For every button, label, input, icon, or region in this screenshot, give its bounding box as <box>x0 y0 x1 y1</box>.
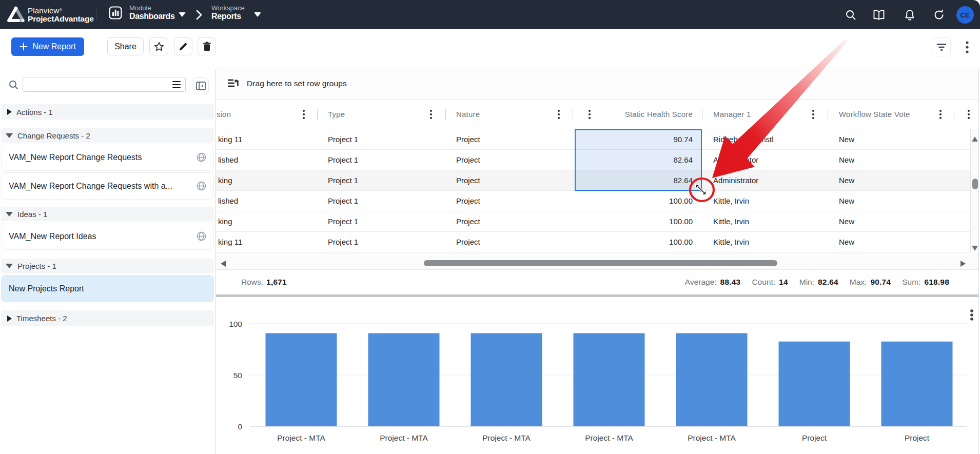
range-fill-handle[interactable] <box>700 189 703 192</box>
chart-bar[interactable] <box>266 333 337 426</box>
grid-cell-type[interactable]: Project 1 <box>317 232 445 252</box>
chart-y-tick-label: 100 <box>229 320 242 328</box>
grid-cell-nature[interactable]: Project <box>445 211 573 231</box>
selected-range-cell[interactable] <box>575 129 702 150</box>
grid-cell-type[interactable]: Project 1 <box>317 170 445 190</box>
grid-cell-vote[interactable]: New <box>828 211 954 231</box>
grid-cell-type[interactable]: Project 1 <box>317 129 445 149</box>
grid-cell-type[interactable]: Project 1 <box>317 191 445 211</box>
grid-cell-manager[interactable]: Administrator <box>702 170 828 190</box>
filter-button[interactable] <box>932 37 951 56</box>
column-header-col1[interactable]: sion <box>216 100 317 129</box>
scroll-down-arrow[interactable] <box>972 246 978 251</box>
bar-chart: 050100Project - MTAProject - MTAProject … <box>216 297 978 454</box>
chart-bar[interactable] <box>881 342 953 426</box>
grid-cell-manager[interactable]: Kittle, Irvin <box>702 232 828 252</box>
grid-cell-score[interactable]: 100.00 <box>573 191 702 211</box>
chart-menu-button[interactable] <box>967 309 977 321</box>
chart-bar[interactable] <box>368 333 440 426</box>
scroll-left-arrow[interactable] <box>221 261 226 267</box>
column-header-extra[interactable] <box>954 100 978 129</box>
selected-range-cell[interactable] <box>575 150 702 170</box>
scroll-right-arrow[interactable] <box>961 261 966 267</box>
sidebar-group-ideas[interactable]: Ideas - 1 <box>1 207 214 221</box>
chart-bar[interactable] <box>676 333 748 426</box>
sidebar-report-item[interactable]: VAM_New Report Change Requests <box>1 144 214 171</box>
edit-button[interactable] <box>174 37 192 55</box>
sidebar-group-actions[interactable]: Actions - 1 <box>1 104 214 120</box>
grid-cell-vote[interactable]: New <box>828 232 954 252</box>
chart-bar[interactable] <box>779 342 850 426</box>
chart-bar[interactable] <box>471 333 542 426</box>
column-header-type[interactable]: Type <box>317 100 445 129</box>
column-header-label: Manager 1 <box>713 110 751 119</box>
chart-y-tick-label: 0 <box>238 422 242 431</box>
column-menu-icon[interactable] <box>939 110 942 119</box>
sidebar-report-item[interactable]: VAM_New Report Ideas <box>1 223 214 250</box>
grid-cell-col1[interactable]: king <box>216 170 317 190</box>
grid-cell-manager[interactable]: Administrator <box>702 150 828 170</box>
grid-cell-col1[interactable]: king <box>216 211 317 231</box>
documentation-button[interactable] <box>872 8 886 22</box>
sidebar-group-projects[interactable]: Projects - 1 <box>1 259 214 273</box>
sidebar-report-item[interactable]: VAM_New Report Change Requests with a... <box>1 172 214 200</box>
grid-row[interactable]: lishedProject 1Project100.00Kittle, Irvi… <box>216 191 970 211</box>
grid-cell-nature[interactable]: Project <box>445 232 573 252</box>
grid-cell-nature[interactable]: Project <box>445 191 573 211</box>
grid-horizontal-scrollbar[interactable] <box>216 252 978 270</box>
horizontal-scroll-thumb[interactable] <box>424 260 777 266</box>
grid-cell-manager[interactable]: Kittle, Irvin <box>702 211 828 231</box>
share-button[interactable]: Share <box>107 37 144 55</box>
sidebar-group-timesheets[interactable]: Timesheets - 2 <box>1 310 214 326</box>
grid-cell-type[interactable]: Project 1 <box>317 150 445 170</box>
grid-cell-nature[interactable]: Project <box>445 129 573 149</box>
favorite-button[interactable] <box>149 37 168 55</box>
column-header-nature[interactable]: Nature <box>445 100 573 129</box>
column-menu-icon[interactable] <box>430 110 432 119</box>
grid-cell-nature[interactable]: Project <box>445 150 573 170</box>
global-search-button[interactable] <box>844 8 857 22</box>
refresh-button[interactable] <box>932 8 946 22</box>
sidebar-search-input[interactable] <box>23 77 186 92</box>
vertical-scroll-thumb[interactable] <box>972 179 978 189</box>
grid-cell-manager[interactable]: Ridgeback, Ernstl <box>702 129 828 149</box>
reports-sidebar: Actions - 1Change Requests - 2VAM_New Re… <box>0 68 214 454</box>
sidebar-group-change[interactable]: Change Requests - 2 <box>1 128 214 143</box>
row-group-drop-zone[interactable]: Drag here to set row groups <box>216 68 978 100</box>
grid-row[interactable]: king 11Project 1Project100.00Kittle, Irv… <box>216 232 970 252</box>
grid-cell-col1[interactable]: king 11 <box>216 129 317 149</box>
grid-cell-manager[interactable]: Kittle, Irvin <box>702 191 828 211</box>
column-menu-icon[interactable] <box>558 110 560 119</box>
delete-button[interactable] <box>198 37 216 55</box>
grid-cell-nature[interactable]: Project <box>445 170 573 190</box>
grid-cell-vote[interactable]: New <box>828 150 954 170</box>
new-report-button[interactable]: New Report <box>11 37 84 56</box>
grid-cell-col1[interactable]: lished <box>216 191 317 211</box>
scroll-up-arrow[interactable] <box>972 136 978 142</box>
column-menu-icon[interactable] <box>968 110 970 119</box>
grid-cell-type[interactable]: Project 1 <box>317 211 445 231</box>
column-header-manager[interactable]: Manager 1 <box>702 100 828 129</box>
column-menu-icon[interactable] <box>589 110 591 119</box>
sidebar-menu-button[interactable] <box>172 80 184 90</box>
grid-cell-vote[interactable]: New <box>828 129 954 149</box>
column-menu-icon[interactable] <box>812 110 814 119</box>
notifications-button[interactable] <box>903 8 916 22</box>
grid-cell-col1[interactable]: lished <box>216 150 317 170</box>
grid-cell-vote[interactable]: New <box>828 170 954 190</box>
grid-cell-col1[interactable]: king 11 <box>216 232 317 252</box>
sidebar-report-item[interactable]: New Projects Report <box>1 275 214 302</box>
more-options-button[interactable] <box>961 37 973 56</box>
grid-row[interactable]: kingProject 1Project100.00Kittle, IrvinN… <box>216 211 970 232</box>
column-header-vote[interactable]: Workflow State Vote <box>828 100 954 129</box>
chart-bar[interactable] <box>574 333 645 426</box>
user-avatar[interactable]: CE <box>956 6 974 24</box>
selected-range-cell[interactable] <box>575 170 702 191</box>
grid-cell-score[interactable]: 100.00 <box>573 211 702 231</box>
grid-vertical-scrollbar[interactable] <box>970 129 978 252</box>
column-menu-icon[interactable] <box>303 110 305 119</box>
grid-cell-score[interactable]: 100.00 <box>573 232 702 252</box>
column-header-score[interactable]: Static Health Score <box>573 100 702 129</box>
sidebar-collapse-button[interactable] <box>193 77 209 94</box>
grid-cell-vote[interactable]: New <box>828 191 954 211</box>
